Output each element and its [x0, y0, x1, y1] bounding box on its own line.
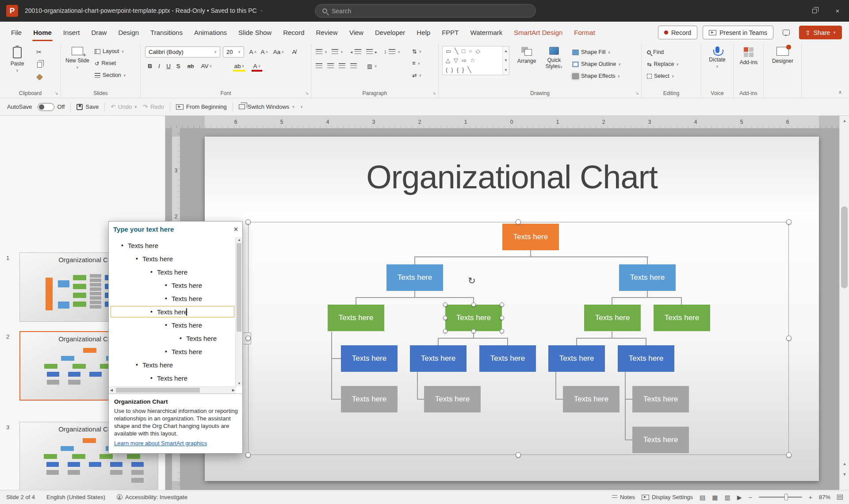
menu-tab-format[interactable]: Format [568, 22, 601, 43]
clear-formatting-button[interactable]: A̸ [288, 46, 300, 57]
paste-button[interactable]: Paste∨ [4, 46, 30, 73]
search-box[interactable]: Search [315, 4, 536, 18]
scrollbar-thumb[interactable] [116, 388, 200, 393]
shape-selection-handle[interactable] [471, 329, 476, 333]
notes-button[interactable]: Notes [612, 494, 635, 500]
present-in-teams-button[interactable]: Present in Teams [703, 26, 773, 39]
horizontal-ruler[interactable]: 6543210123456 [165, 116, 839, 128]
org-box[interactable]: Texts here [548, 345, 605, 372]
org-box[interactable]: Texts here [584, 305, 641, 331]
arrange-button[interactable]: Arrange [514, 46, 539, 64]
shapes-gallery[interactable]: ▭╲□○◇ △▽⇨☆ (){}╲ ▲▼▼ [442, 46, 509, 75]
org-box[interactable]: Texts here [424, 386, 481, 412]
shape-fill-button[interactable]: Shape Fill∨ [572, 47, 610, 57]
collapse-ribbon-button[interactable]: ∧ [838, 89, 842, 95]
format-painter-button[interactable] [37, 72, 42, 82]
selection-handle[interactable] [786, 219, 792, 225]
scrollbar-thumb[interactable] [237, 243, 241, 332]
zoom-slider-knob[interactable] [784, 494, 788, 500]
next-slide-button[interactable]: ▼ [840, 470, 849, 479]
menu-tab-design[interactable]: Design [112, 22, 145, 43]
learn-more-link[interactable]: Learn more about SmartArt graphics [114, 439, 207, 447]
dictate-button[interactable]: Dictate∨ [704, 46, 730, 69]
org-box[interactable]: Texts here [632, 386, 689, 412]
highlight-color-button[interactable]: ab∨ [232, 61, 247, 72]
font-dialog-launcher-icon[interactable]: ↘ [305, 91, 309, 95]
align-left-button[interactable] [316, 61, 322, 71]
org-box[interactable]: Texts here [632, 427, 689, 453]
selection-handle[interactable] [245, 336, 251, 341]
selection-handle[interactable] [516, 219, 521, 225]
customize-toolbar-chevron-icon[interactable]: ∨ [300, 105, 303, 109]
shape-selection-handle[interactable] [443, 329, 447, 333]
org-box[interactable]: Texts here [328, 305, 384, 331]
zoom-slider[interactable] [759, 496, 802, 498]
replace-button[interactable]: ⇆Replace∨ [647, 59, 679, 69]
accessibility-status[interactable]: Accessibility: Investigate [117, 494, 187, 500]
bold-button[interactable]: B [146, 61, 154, 72]
text-pane-item[interactable]: •Texts here [109, 318, 236, 332]
menu-tab-watermark[interactable]: Watermark [465, 22, 509, 43]
font-size-combo[interactable]: 20∨ [223, 46, 244, 57]
text-pane-vertical-scrollbar[interactable]: ▲▼ [235, 237, 242, 386]
selection-handle[interactable] [786, 336, 792, 341]
language-indicator[interactable]: English (United States) [46, 494, 105, 500]
record-button[interactable]: Record [658, 26, 697, 39]
slideshow-view-button[interactable]: ▶ [737, 494, 742, 501]
org-box[interactable]: Texts here [410, 345, 467, 372]
menu-tab-animations[interactable]: Animations [188, 22, 233, 43]
redo-button[interactable]: ↷Redo [143, 103, 164, 110]
numbering-button[interactable]: ∨ [332, 46, 343, 57]
switch-windows-button[interactable]: Switch Windows∨ [239, 103, 295, 110]
text-pane-item[interactable]: •Texts here [109, 358, 236, 371]
menu-tab-review[interactable]: Review [310, 22, 344, 43]
text-shadow-button[interactable]: S [174, 61, 182, 72]
select-button[interactable]: Select∨ [647, 71, 674, 81]
text-direction-button[interactable]: ⇅∨ [412, 46, 421, 57]
scrollbar-thumb[interactable] [841, 206, 848, 288]
vertical-scrollbar[interactable]: ▲ ▲ ▼ [839, 116, 849, 490]
menu-tab-view[interactable]: View [344, 22, 369, 43]
zoom-out-button[interactable]: − [749, 494, 752, 501]
text-pane-item[interactable]: •Texts here [109, 279, 236, 292]
bullets-button[interactable]: ∨ [316, 46, 327, 57]
org-box[interactable]: Texts here [618, 345, 674, 372]
undo-button[interactable]: ↶Undo∨ [111, 103, 137, 110]
font-name-combo[interactable]: Calibri (Body)∨ [145, 46, 220, 57]
menu-tab-slide-show[interactable]: Slide Show [233, 22, 277, 43]
close-window-button[interactable]: × [826, 0, 849, 22]
columns-button[interactable]: ▥∨ [367, 61, 377, 71]
change-case-button[interactable]: Aa∨ [272, 46, 286, 57]
selection-handle[interactable] [245, 452, 251, 458]
text-pane-item[interactable]: •Texts here [109, 292, 236, 305]
increase-indent-button[interactable]: ▸ [366, 46, 377, 57]
drawing-dialog-launcher-icon[interactable]: ↘ [635, 91, 639, 95]
zoom-percentage[interactable]: 87% [819, 494, 830, 500]
scroll-up-arrow-icon[interactable]: ▲ [237, 238, 241, 242]
text-pane-item[interactable]: •Texts here [109, 305, 236, 318]
shape-effects-button[interactable]: Shape Effects∨ [572, 71, 620, 81]
zoom-in-button[interactable]: + [809, 494, 812, 501]
shape-selection-handle[interactable] [443, 302, 447, 307]
org-box[interactable]: Texts here [341, 345, 398, 372]
org-box[interactable]: Texts here [479, 345, 536, 372]
justify-button[interactable] [350, 61, 357, 71]
comments-button[interactable] [779, 26, 794, 39]
shape-selection-handle[interactable] [443, 316, 447, 320]
selection-handle[interactable] [245, 219, 251, 225]
convert-to-smartart-button[interactable]: ⇄∨ [412, 70, 421, 80]
clipboard-dialog-launcher-icon[interactable]: ↘ [55, 91, 58, 95]
decrease-indent-button[interactable]: ◂ [350, 46, 361, 57]
character-spacing-button[interactable]: AV∨ [199, 61, 214, 72]
display-settings-button[interactable]: Display Settings [642, 494, 693, 500]
menu-tab-file[interactable]: File [5, 22, 27, 43]
menu-tab-record[interactable]: Record [277, 22, 310, 43]
decrease-font-size-button[interactable]: A∨ [259, 46, 270, 57]
restore-window-button[interactable] [803, 0, 826, 22]
text-pane-header[interactable]: Type your text here × [109, 221, 242, 237]
org-box[interactable]: Texts here [341, 386, 398, 412]
shape-selection-handle[interactable] [471, 302, 476, 307]
org-box[interactable]: Texts here [654, 305, 710, 331]
selection-handle[interactable] [786, 452, 792, 458]
close-icon[interactable]: × [234, 225, 238, 233]
